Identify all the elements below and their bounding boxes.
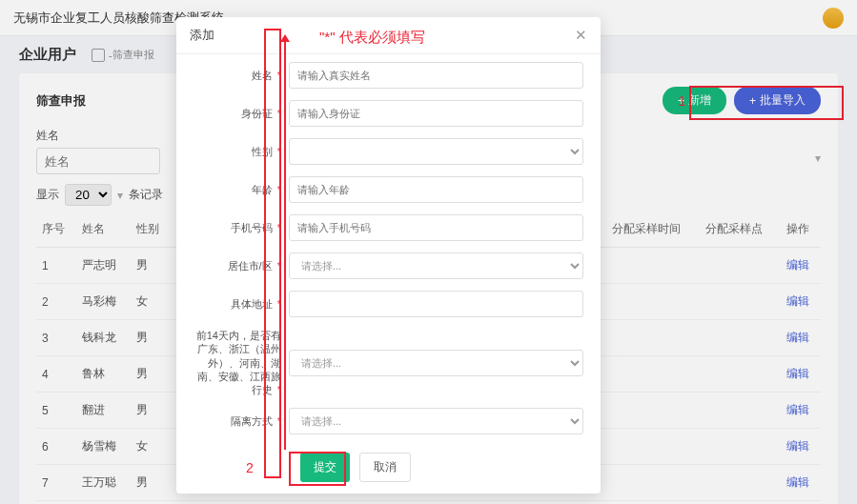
age-field[interactable] [289, 176, 583, 203]
sex-field[interactable] [289, 138, 583, 165]
form-label: 隔离方式 * [194, 414, 289, 428]
annotation-arrow [284, 40, 286, 450]
form-label: 具体地址 * [194, 297, 289, 311]
phone-field[interactable] [289, 214, 583, 241]
annotation-2: 2 [246, 460, 254, 475]
city-field[interactable]: 请选择... [289, 252, 583, 279]
form-label: 年龄 * [194, 183, 289, 196]
close-icon[interactable]: ✕ [575, 27, 587, 44]
id-field[interactable] [289, 100, 583, 127]
form-label: 身份证 * [194, 107, 289, 120]
form-label: 性别 * [194, 145, 289, 158]
form-label: 居住市/区 * [194, 259, 289, 272]
travel-field[interactable]: 请选择... [289, 350, 583, 376]
cancel-button[interactable]: 取消 [359, 453, 411, 482]
form-label: 手机号码 * [194, 221, 289, 234]
addr-field[interactable] [289, 291, 583, 317]
annotation-note: "*" 代表必须填写 [319, 29, 425, 47]
name-field[interactable] [289, 62, 583, 89]
modal-title: 添加 [190, 27, 214, 44]
iso-field[interactable]: 请选择... [289, 408, 583, 434]
add-modal: 添加 ✕ 姓名 *身份证 *性别 *年龄 *手机号码 *居住市/区 *请选择..… [176, 17, 601, 494]
form-label: 前14天内，是否有广东、浙江（温州外）、河南、湖南、安徽、江西旅行史 * [194, 329, 289, 396]
submit-button[interactable]: 提交 [300, 453, 350, 482]
form-label: 姓名 * [194, 69, 289, 82]
